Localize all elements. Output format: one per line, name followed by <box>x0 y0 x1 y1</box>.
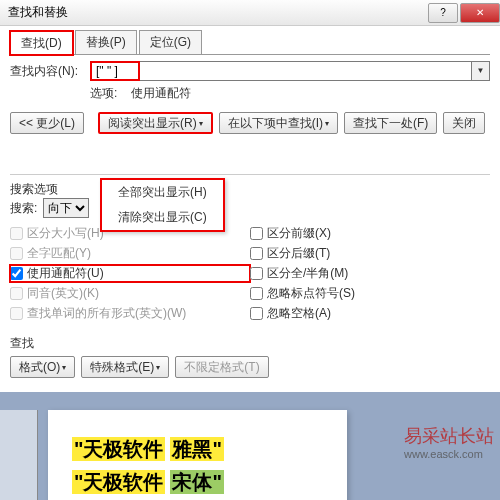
page: "天极软件 雅黑" "天极软件 宋体" "天极软件 雅黑文字 宋体引 <box>48 410 347 500</box>
tab-goto[interactable]: 定位(G) <box>139 30 202 54</box>
find-input[interactable] <box>90 61 140 81</box>
check-soundslike <box>10 287 23 300</box>
check-ignorespace[interactable] <box>250 307 263 320</box>
options-value: 使用通配符 <box>131 86 191 100</box>
noformat-button[interactable]: 不限定格式(T) <box>175 356 268 378</box>
findnext-button[interactable]: 查找下一处(F) <box>344 112 437 134</box>
cancel-button[interactable]: 关闭 <box>443 112 485 134</box>
bottom-label: 查找 <box>10 335 490 352</box>
search-options: 搜索选项 搜索: 向下 区分大小写(H) 全字匹配(Y) 使用通配符(U) 同音… <box>10 174 490 325</box>
dialog-body: 查找(D) 替换(P) 定位(G) 查找内容(N): ▼ 选项: 使用通配符 <… <box>0 26 500 388</box>
check-wholeword <box>10 247 23 260</box>
findin-button[interactable]: 在以下项中查找(I)▾ <box>219 112 338 134</box>
menu-clear-highlight[interactable]: 清除突出显示(C) <box>102 205 223 230</box>
ruler <box>0 410 38 500</box>
tab-find[interactable]: 查找(D) <box>10 31 73 55</box>
check-prefix[interactable] <box>250 227 263 240</box>
titlebar: 查找和替换 ? ✕ <box>0 0 500 26</box>
options-label: 选项: <box>90 86 117 100</box>
find-history-dropdown[interactable]: ▼ <box>472 61 490 81</box>
check-ignorepunct[interactable] <box>250 287 263 300</box>
search-direction-select[interactable]: 向下 <box>43 198 89 218</box>
tabs: 查找(D) 替换(P) 定位(G) <box>10 30 490 55</box>
check-matchcase <box>10 227 23 240</box>
close-button[interactable]: ✕ <box>460 3 500 23</box>
check-wordforms <box>10 307 23 320</box>
document-area: "天极软件 雅黑" "天极软件 宋体" "天极软件 雅黑文字 宋体引 <box>0 392 500 500</box>
find-label: 查找内容(N): <box>10 63 90 80</box>
menu-highlight-all[interactable]: 全部突出显示(H) <box>102 180 223 205</box>
search-options-header: 搜索选项 <box>10 181 490 198</box>
check-wildcards[interactable] <box>10 267 23 280</box>
highlight-button[interactable]: 阅读突出显示(R)▾ <box>98 112 213 134</box>
window-title: 查找和替换 <box>8 4 68 21</box>
format-button[interactable]: 格式(O)▾ <box>10 356 75 378</box>
search-direction-label: 搜索: <box>10 200 37 217</box>
less-button[interactable]: << 更少(L) <box>10 112 84 134</box>
help-button[interactable]: ? <box>428 3 458 23</box>
highlight-menu: 全部突出显示(H) 清除突出显示(C) <box>100 178 225 232</box>
check-fullhalf[interactable] <box>250 267 263 280</box>
tab-replace[interactable]: 替换(P) <box>75 30 137 54</box>
special-button[interactable]: 特殊格式(E)▾ <box>81 356 169 378</box>
check-suffix[interactable] <box>250 247 263 260</box>
